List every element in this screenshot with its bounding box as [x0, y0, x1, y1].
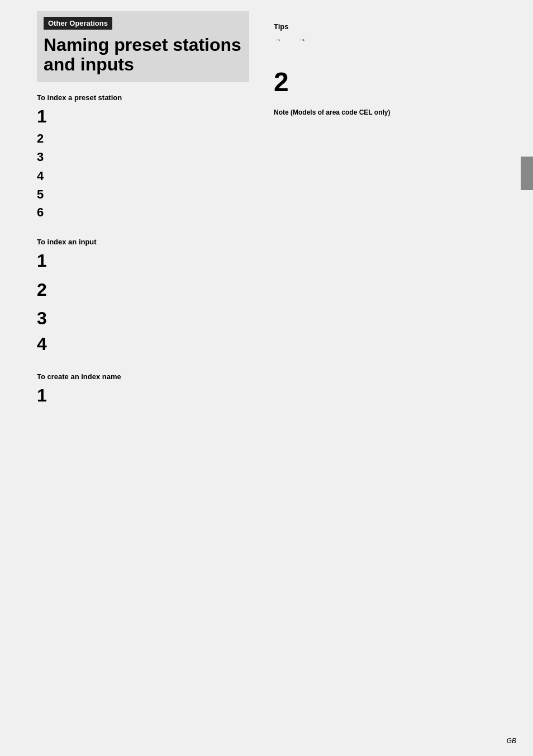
note-label: Note (Models of area code CEL only) [274, 108, 516, 116]
side-indicator [521, 157, 533, 190]
left-column: Other Operations Naming preset stations … [0, 0, 257, 756]
preset-step-6: 6 [37, 205, 240, 221]
note-section: Note (Models of area code CEL only) [274, 108, 516, 116]
index-input-heading: To index an input [37, 238, 240, 246]
arrow-1: → [274, 35, 282, 44]
index-input-section: To index an input 1 2 3 4 [37, 238, 240, 356]
tips-label: Tips [274, 22, 516, 31]
page: Other Operations Naming preset stations … [0, 0, 533, 756]
page-title: Naming preset stations and inputs [44, 35, 242, 74]
preset-step-2: 2 [37, 131, 240, 147]
arrow-2: → [298, 35, 306, 44]
create-step-1: 1 [37, 384, 240, 408]
right-large-step: 2 [274, 67, 516, 97]
create-index-heading: To create an index name [37, 372, 240, 381]
preset-step-5: 5 [37, 187, 240, 203]
right-column: Tips → → 2 Note (Models of area code CEL… [257, 0, 533, 756]
gb-label: GB [507, 737, 516, 745]
input-step-3: 3 [37, 307, 240, 330]
preset-station-section: To index a preset station 1 2 3 4 5 6 [37, 93, 240, 221]
preset-step-3: 3 [37, 149, 240, 166]
tips-section: Tips → → [274, 22, 516, 44]
create-index-section: To create an index name 1 [37, 372, 240, 408]
input-step-1: 1 [37, 249, 240, 273]
section-label: Other Operations [44, 17, 112, 30]
input-step-4: 4 [37, 333, 240, 356]
preset-station-heading: To index a preset station [37, 93, 240, 102]
preset-step-4: 4 [37, 168, 240, 185]
header-box: Other Operations Naming preset stations … [37, 11, 249, 82]
input-step-2: 2 [37, 278, 240, 302]
preset-step-1: 1 [37, 105, 240, 129]
tips-arrow-line: → → [274, 35, 516, 44]
